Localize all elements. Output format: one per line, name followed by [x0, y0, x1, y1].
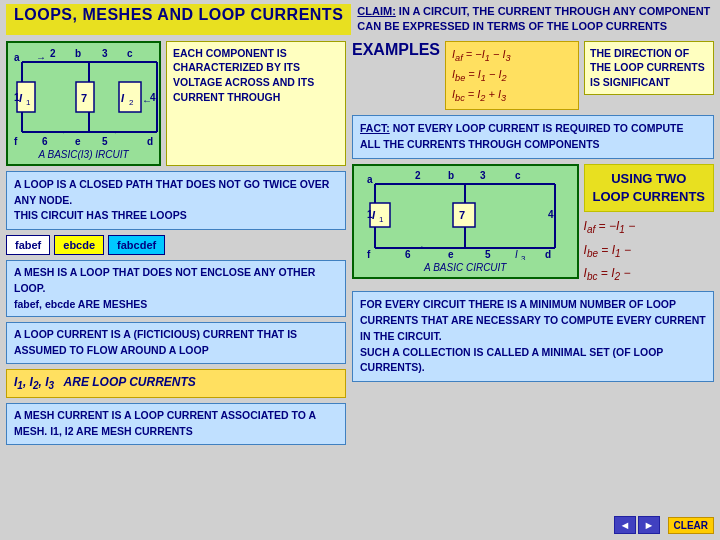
mesh-tab-ebcde[interactable]: ebcde: [54, 235, 104, 255]
circuit-diagram-2: a 2 b 3 c: [352, 164, 579, 279]
loop-info-text: A LOOP IS A CLOSED PATH THAT DOES NOT GO…: [14, 178, 329, 222]
svg-text:3: 3: [102, 48, 108, 59]
for-every-text: FOR EVERY CIRCUIT THERE IS A MINIMUM NUM…: [360, 298, 706, 373]
svg-text:6: 6: [405, 249, 411, 260]
svg-text:1: 1: [379, 215, 384, 224]
main-content: a 2 b 3 c: [0, 37, 720, 449]
mesh-tabs: fabef ebcde fabcdef: [6, 235, 346, 255]
examples-label: EXAMPLES: [352, 41, 440, 59]
loop-info-box: A LOOP IS A CLOSED PATH THAT DOES NOT GO…: [6, 171, 346, 230]
svg-text:e: e: [75, 136, 81, 147]
mesh-tab-fabcdef[interactable]: fabcdef: [108, 235, 165, 255]
svg-text:5: 5: [485, 249, 491, 260]
fact-text: NOT EVERY LOOP CURRENT IS REQUIRED TO CO…: [360, 122, 683, 150]
svg-text:4: 4: [150, 92, 156, 103]
are-loop-currents-box: I1, I2, I3 ARE LOOP CURRENTS: [6, 369, 346, 398]
mesh-tab-fabef[interactable]: fabef: [6, 235, 50, 255]
svg-text:c: c: [515, 170, 521, 181]
svg-text:3: 3: [521, 254, 526, 260]
circuit-diagram-1: a 2 b 3 c: [6, 41, 161, 166]
svg-text:a: a: [14, 52, 20, 63]
svg-text:f: f: [367, 249, 371, 260]
page-title: LOOPS, MESHES AND LOOP CURRENTS: [6, 4, 351, 35]
svg-text:1: 1: [367, 209, 373, 220]
svg-text:f: f: [14, 136, 18, 147]
mesh-info-text: A MESH IS A LOOP THAT DOES NOT ENCLOSE A…: [14, 266, 315, 310]
svg-text:←: ←: [112, 126, 122, 137]
svg-text:e: e: [448, 249, 454, 260]
using-two-box: USING TWO LOOP CURRENTS: [584, 164, 714, 212]
svg-text:a: a: [367, 174, 373, 185]
svg-text:c: c: [127, 48, 133, 59]
svg-text:1: 1: [14, 92, 20, 103]
circuit-svg-1: a 2 b 3 c: [12, 47, 160, 147]
right-equations: Iaf = −I1 − Ibe = I1 − Ibc = I2 −: [584, 216, 636, 286]
svg-text:2: 2: [50, 48, 56, 59]
nav-arrows: ◄ ►: [614, 516, 660, 534]
svg-text:1: 1: [26, 98, 31, 107]
svg-text:→: →: [415, 241, 425, 252]
left-column: a 2 b 3 c: [6, 41, 346, 445]
mesh-current-box: A MESH CURRENT IS A LOOP CURRENT ASSOCIA…: [6, 403, 346, 445]
loop-current-def-text: A LOOP CURRENT IS A (FICTICIOUS) CURRENT…: [14, 328, 297, 356]
clear-button[interactable]: CLEAR: [668, 517, 714, 534]
each-component-box: EACH COMPONENT IS CHARACTERIZED BY ITS V…: [166, 41, 346, 166]
svg-text:7: 7: [459, 209, 465, 221]
right-col-inner: EXAMPLES Iaf = −I1 − I3 Ibe = I1 − I2 Ib…: [352, 41, 714, 382]
svg-text:3: 3: [480, 170, 486, 181]
svg-text:d: d: [545, 249, 551, 260]
svg-text:6: 6: [42, 136, 48, 147]
claim-text: CLAIM: IN A CIRCUIT, THE CURRENT THROUGH…: [357, 4, 714, 35]
svg-text:b: b: [75, 48, 81, 59]
are-loop-currents-text: I1, I2, I3 ARE LOOP CURRENTS: [14, 375, 196, 389]
svg-text:2: 2: [415, 170, 421, 181]
using-two-line1: USING TWO: [611, 171, 686, 186]
nav-back-button[interactable]: ◄: [614, 516, 636, 534]
claim-body: IN A CIRCUIT, THE CURRENT THROUGH ANY CO…: [357, 5, 710, 32]
svg-text:I: I: [515, 249, 518, 260]
right-mid-left: a 2 b 3 c: [352, 164, 579, 287]
svg-text:5: 5: [102, 136, 108, 147]
page: LOOPS, MESHES AND LOOP CURRENTS CLAIM: I…: [0, 0, 720, 540]
circuit2-label: A BASIC CIRCUIT: [358, 262, 573, 273]
using-two-line2: LOOP CURRENTS: [593, 189, 705, 204]
fact-box: FACT: NOT EVERY LOOP CURRENT IS REQUIRED…: [352, 115, 714, 159]
circuit1-label: A BASIC(I3) IRCUIT: [12, 149, 155, 160]
fact-label: FACT:: [360, 122, 390, 134]
circuit-svg-2: a 2 b 3 c: [365, 170, 565, 260]
svg-text:d: d: [147, 136, 153, 147]
nav-forward-button[interactable]: ►: [638, 516, 660, 534]
svg-text:→: →: [36, 52, 46, 63]
mesh-info-box: A MESH IS A LOOP THAT DOES NOT ENCLOSE A…: [6, 260, 346, 317]
claim-label: CLAIM:: [357, 5, 396, 17]
for-every-box: FOR EVERY CIRCUIT THERE IS A MINIMUM NUM…: [352, 291, 714, 382]
svg-text:b: b: [448, 170, 454, 181]
header: LOOPS, MESHES AND LOOP CURRENTS CLAIM: I…: [0, 0, 720, 37]
right-mid-section: a 2 b 3 c: [352, 164, 714, 287]
loop-current-def-box: A LOOP CURRENT IS A (FICTICIOUS) CURRENT…: [6, 322, 346, 364]
examples-equations: Iaf = −I1 − I3 Ibe = I1 − I2 Ibc = I2 + …: [452, 46, 572, 106]
svg-text:2: 2: [129, 98, 134, 107]
direction-text: THE DIRECTION OF THE LOOP CURRENTS IS SI…: [584, 41, 714, 95]
each-component-text: EACH COMPONENT IS CHARACTERIZED BY ITS V…: [173, 47, 314, 103]
svg-text:4: 4: [548, 209, 554, 220]
right-mid-right: USING TWO LOOP CURRENTS Iaf = −I1 − Ibe …: [584, 164, 714, 287]
examples-equations-box: Iaf = −I1 − I3 Ibe = I1 − I2 Ibc = I2 + …: [445, 41, 579, 111]
right-column: EXAMPLES Iaf = −I1 − I3 Ibe = I1 − I2 Ib…: [352, 41, 714, 445]
svg-text:7: 7: [81, 92, 87, 104]
svg-text:→: →: [57, 126, 67, 137]
mesh-current-text: A MESH CURRENT IS A LOOP CURRENT ASSOCIA…: [14, 409, 316, 437]
